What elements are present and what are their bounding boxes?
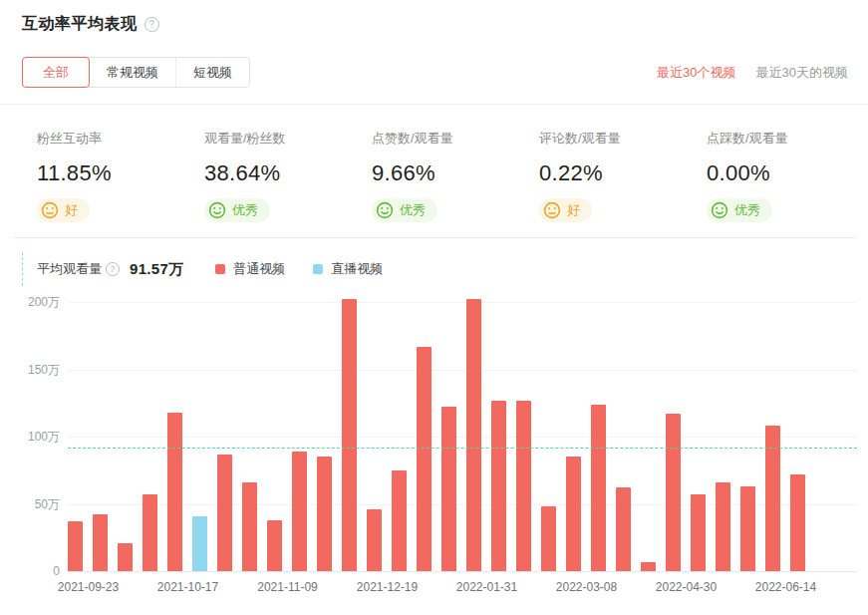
rating-label: 好 (65, 201, 78, 219)
bar-normal-video[interactable] (641, 562, 656, 571)
rating-badge: 优秀 (204, 198, 270, 222)
rating-label: 优秀 (734, 201, 760, 219)
range-last-30-videos[interactable]: 最近30个视频 (657, 64, 735, 82)
bar-normal-video[interactable] (616, 487, 631, 571)
bar-normal-video[interactable] (392, 470, 407, 571)
legend-label: 直播视频 (331, 260, 383, 278)
bar-normal-video[interactable] (691, 494, 706, 571)
gridline (68, 504, 857, 505)
smiley-face-icon (208, 201, 226, 219)
bar-normal-video[interactable] (790, 474, 805, 571)
rating-label: 好 (567, 201, 580, 219)
bar-normal-video[interactable] (466, 299, 481, 571)
average-views-label: 平均观看量 (37, 260, 102, 278)
bar-normal-video[interactable] (242, 482, 257, 571)
neutral-face-icon (41, 201, 59, 219)
divider (13, 237, 855, 238)
bar-normal-video[interactable] (417, 347, 432, 571)
bar-normal-video[interactable] (666, 414, 681, 571)
rating-badge: 优秀 (707, 198, 772, 222)
y-axis-label: 0 (8, 564, 60, 578)
rating-badge: 好 (37, 198, 90, 222)
metric-label: 粉丝互动率 (37, 130, 204, 148)
bar-normal-video[interactable] (217, 455, 232, 571)
smiley-face-icon (376, 201, 394, 219)
metric-card: 点踩数/观看量0.00%优秀 (707, 130, 868, 223)
chart-legend: 普通视频直播视频 (215, 260, 411, 278)
page-header: 互动率平均表现 ? (22, 14, 159, 35)
bar-normal-video[interactable] (441, 407, 456, 571)
rating-label: 优秀 (400, 201, 426, 219)
rating-badge: 优秀 (372, 198, 437, 222)
metric-value: 9.66% (372, 160, 539, 186)
x-axis-label: 2022-04-30 (642, 580, 731, 594)
metrics-row: 粉丝互动率11.85%好观看量/粉丝数38.64%优秀点赞数/观看量9.66%优… (37, 130, 868, 223)
smiley-face-icon (711, 201, 728, 219)
gridline (68, 370, 857, 371)
rating-badge: 好 (539, 198, 592, 222)
tab-short-video[interactable]: 短视频 (175, 58, 249, 87)
bar-normal-video[interactable] (68, 521, 83, 571)
views-bar-chart: 050万100万150万200万2021-09-232021-10-172021… (0, 289, 868, 615)
legend-swatch-icon (313, 264, 323, 274)
metric-card: 评论数/观看量0.22%好 (539, 130, 707, 223)
metric-label: 点赞数/观看量 (372, 130, 539, 148)
bar-normal-video[interactable] (143, 494, 157, 571)
help-icon[interactable]: ? (106, 262, 120, 276)
metric-card: 观看量/粉丝数38.64%优秀 (204, 130, 372, 223)
bar-normal-video[interactable] (541, 506, 556, 571)
x-axis-label: 2022-03-08 (542, 580, 632, 594)
bar-normal-video[interactable] (491, 401, 506, 571)
bar-normal-video[interactable] (367, 509, 382, 571)
accent-dashed-line (22, 252, 23, 286)
x-axis-label: 2021-11-09 (243, 580, 333, 594)
y-axis-label: 50万 (8, 497, 60, 511)
bar-normal-video[interactable] (93, 514, 108, 571)
video-type-tabs: 全部常规视频短视频 (22, 57, 250, 88)
bar-normal-video[interactable] (740, 486, 755, 571)
bar-normal-video[interactable] (342, 299, 357, 571)
legend-normal-video[interactable]: 普通视频 (215, 260, 285, 278)
gridline (68, 302, 857, 303)
divider (0, 104, 868, 105)
metric-value: 38.64% (204, 160, 372, 186)
bar-normal-video[interactable] (317, 457, 332, 571)
gridline (68, 437, 857, 438)
page-title: 互动率平均表现 (22, 14, 138, 35)
neutral-face-icon (543, 201, 561, 219)
bar-normal-video[interactable] (167, 413, 182, 571)
metric-label: 观看量/粉丝数 (204, 130, 372, 148)
tab-all[interactable]: 全部 (22, 57, 90, 88)
average-views-value: 91.57万 (130, 260, 183, 279)
x-axis-label: 2021-10-17 (144, 580, 233, 594)
y-axis-label: 100万 (8, 430, 60, 444)
metric-card: 粉丝互动率11.85%好 (37, 130, 204, 223)
gridline (68, 571, 857, 572)
average-line (68, 448, 857, 449)
bar-normal-video[interactable] (716, 482, 730, 571)
x-axis-label: 2022-01-31 (442, 580, 532, 594)
legend-swatch-icon (215, 264, 225, 274)
y-axis-label: 150万 (8, 363, 60, 377)
bar-normal-video[interactable] (591, 405, 606, 571)
x-axis-label: 2022-06-14 (741, 580, 831, 594)
bar-normal-video[interactable] (516, 401, 531, 571)
metric-value: 11.85% (37, 160, 204, 186)
tab-regular-video[interactable]: 常规视频 (89, 58, 175, 87)
legend-label: 普通视频 (233, 260, 285, 278)
bar-normal-video[interactable] (118, 543, 133, 571)
x-axis-label: 2021-12-19 (343, 580, 433, 594)
metric-label: 点踩数/观看量 (707, 130, 868, 148)
help-icon[interactable]: ? (145, 17, 159, 32)
range-toggle: 最近30个视频最近30天的视频 (657, 64, 848, 82)
range-last-30-days[interactable]: 最近30天的视频 (756, 64, 848, 82)
bar-normal-video[interactable] (267, 520, 282, 571)
rating-label: 优秀 (232, 201, 258, 219)
chart-header: 平均观看量 ? 91.57万 普通视频直播视频 (22, 251, 411, 287)
metric-value: 0.00% (707, 160, 868, 186)
bar-normal-video[interactable] (566, 457, 581, 571)
x-axis-label: 2021-09-23 (44, 580, 134, 594)
bar-normal-video[interactable] (292, 452, 307, 571)
bar-live-video[interactable] (192, 516, 207, 571)
legend-live-video[interactable]: 直播视频 (313, 260, 383, 278)
